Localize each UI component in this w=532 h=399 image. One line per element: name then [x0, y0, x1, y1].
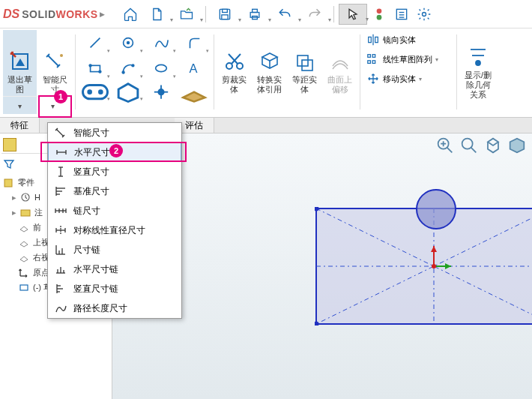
svg-rect-4 [252, 9, 257, 12]
fillet-tool[interactable]: ▾ [178, 30, 211, 56]
svg-point-17 [127, 42, 130, 44]
svg-point-32 [226, 63, 232, 69]
svg-point-21 [122, 71, 124, 74]
origin-icon [18, 266, 30, 278]
menu-horizontal-ordinate[interactable]: 水平尺寸链 [48, 260, 181, 279]
logo-chevron[interactable]: ▶ [100, 10, 105, 18]
menu-smart-dimension[interactable]: 智能尺寸 [48, 123, 181, 142]
display-style-icon[interactable] [507, 136, 528, 154]
new-file-icon[interactable]: ▾ [142, 4, 171, 25]
polygon-tool[interactable]: ▾ [112, 81, 145, 104]
svg-rect-38 [302, 60, 312, 70]
text-tool[interactable]: A [178, 56, 211, 81]
logo-ds: DS [3, 8, 19, 21]
ordinate-dim-icon [54, 243, 67, 256]
svg-point-27 [99, 91, 102, 94]
scissors-icon [223, 50, 247, 74]
display-relations-button[interactable]: 显示/删 除几何 关系 [460, 30, 496, 114]
exit-sketch-icon [8, 50, 32, 74]
tree-tab-config[interactable] [33, 138, 46, 152]
slot-tool[interactable]: ▾ [79, 81, 112, 104]
sketch-circle[interactable] [415, 188, 457, 230]
offset-entities-button[interactable]: 等距实 体 [288, 30, 321, 114]
tree-tab-feature[interactable] [3, 138, 16, 152]
move-entities-button[interactable]: 移动实体▾ [363, 69, 453, 88]
menu-path-length[interactable]: 路径长度尺寸 [48, 298, 181, 318]
svg-rect-41 [372, 55, 375, 58]
rectangle-tool[interactable]: ▾ [79, 56, 112, 81]
menu-ordinate-dimension[interactable]: 尺寸链 [48, 240, 181, 260]
svg-point-12 [422, 12, 426, 16]
smart-dimension-icon [43, 50, 67, 74]
undo-icon[interactable]: ▾ [270, 4, 299, 25]
svg-point-7 [376, 14, 381, 20]
save-icon[interactable]: ▾ [211, 4, 239, 25]
ellipse-tool[interactable]: ▾ [145, 56, 178, 81]
app-logo: DS SOLIDWORKS ▶ [3, 8, 105, 21]
zoom-area-icon[interactable] [459, 136, 480, 154]
transform-tools-group: 镜向实体 线性草图阵列▾ 移动实体▾ [363, 30, 453, 114]
annotation-badge-1: 1 [54, 90, 67, 104]
ribbon: 退出草 图 智能尺 寸 ▾ ▾ ▾ ▾ ▾ ▾ ▾ A ▾ ▾ 剪裁实 体 转换… [0, 28, 532, 116]
svg-point-19 [89, 64, 91, 67]
menu-symmetric-dimension[interactable]: 对称线性直径尺寸 [48, 220, 181, 240]
svg-rect-42 [368, 61, 371, 64]
svg-rect-1 [222, 9, 227, 12]
history-icon [19, 191, 31, 203]
point-tool[interactable] [145, 81, 178, 104]
part-icon [3, 176, 15, 188]
plane-item-icon [18, 221, 30, 233]
surface-offset-icon [328, 50, 352, 74]
rebuild-icon[interactable] [369, 4, 390, 25]
convert-entities-button[interactable]: 转换实 体引用 [253, 30, 286, 114]
svg-line-87 [447, 147, 452, 152]
menu-vertical-dimension[interactable]: 竖直尺寸 [48, 162, 181, 182]
view-toolbar [435, 136, 528, 154]
print-icon[interactable]: ▾ [241, 4, 269, 25]
vert-ord-icon [54, 282, 67, 296]
svg-rect-25 [83, 86, 108, 99]
circle-tool[interactable]: ▾ [112, 30, 145, 56]
tab-features[interactable]: 特征 [0, 118, 40, 133]
offset-icon [293, 50, 317, 74]
chain-dim-icon [54, 204, 67, 218]
svg-marker-28 [118, 84, 138, 102]
line-tool[interactable]: ▾ [79, 30, 112, 56]
exit-sketch-dropdown[interactable]: ▾ [3, 96, 36, 116]
home-icon[interactable] [120, 4, 141, 25]
quick-access-toolbar: ▾ ▾ ▾ ▾ ▾ ▾ ▾ [120, 4, 435, 25]
baseline-dim-icon [54, 184, 67, 198]
options-list-icon[interactable] [391, 4, 412, 25]
svg-rect-43 [372, 61, 375, 64]
menu-chain-dimension[interactable]: 链尺寸 [48, 201, 181, 220]
view-orientation-icon[interactable] [483, 136, 504, 154]
select-arrow-icon[interactable]: ▾ [339, 4, 367, 25]
zoom-fit-icon[interactable] [435, 136, 456, 154]
plane-item-icon [18, 251, 30, 263]
annotation-badge-2: 2 [109, 144, 123, 158]
settings-gear-icon[interactable] [414, 4, 435, 25]
arc-tool[interactable]: ▾ [112, 56, 145, 81]
smart-dim-menu-icon [54, 126, 67, 140]
svg-rect-3 [250, 12, 259, 17]
linear-pattern-button[interactable]: 线性草图阵列▾ [363, 50, 453, 69]
svg-point-46 [476, 61, 480, 65]
plane-tool[interactable] [178, 81, 211, 104]
funnel-icon [3, 158, 15, 170]
svg-point-33 [237, 63, 243, 69]
spline-tool[interactable]: ▾ [145, 30, 178, 56]
menu-vertical-ordinate[interactable]: 竖直尺寸链 [48, 279, 181, 298]
plane-item-icon [18, 236, 30, 248]
annotations-folder-icon [19, 206, 31, 218]
horiz-dim-icon [55, 146, 68, 159]
tree-tab-property[interactable] [18, 138, 31, 152]
mirror-entities-button[interactable]: 镜向实体 [363, 30, 453, 50]
open-file-icon[interactable]: ▾ [172, 4, 201, 25]
trim-entities-button[interactable]: 剪裁实 体 [217, 30, 251, 114]
svg-line-89 [471, 147, 476, 152]
svg-point-26 [88, 91, 91, 94]
menu-baseline-dimension[interactable]: 基准尺寸 [48, 182, 181, 201]
path-length-icon [54, 302, 67, 315]
svg-point-102 [417, 190, 456, 229]
svg-point-22 [132, 64, 134, 67]
